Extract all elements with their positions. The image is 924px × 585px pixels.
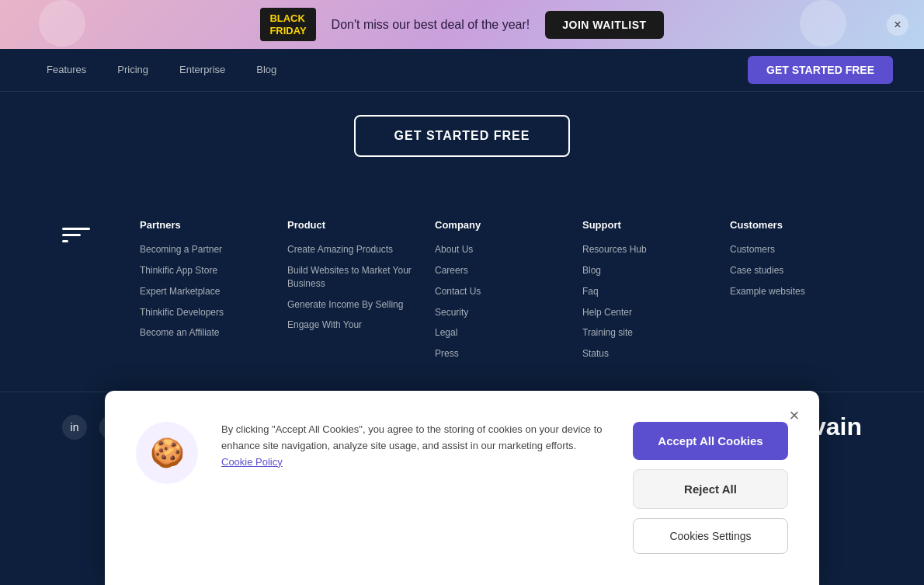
black-friday-line1: BLACK (269, 12, 306, 25)
linkedin-icon[interactable]: in (62, 415, 87, 440)
logo-bar-narrow (62, 240, 68, 242)
top-banner: BLACK FRIDAY Don't miss our best deal of… (0, 0, 924, 49)
footer-link-press[interactable]: Press (435, 347, 567, 360)
footer-grid: Partners Becoming a Partner Thinkific Ap… (62, 219, 862, 368)
footer-link-faq[interactable]: Faq (582, 285, 714, 298)
footer-col-title-customers: Customers (730, 219, 862, 231)
nav-tab-features[interactable]: Features (31, 49, 102, 92)
cookie-icon: 🍪 (136, 422, 198, 484)
banner-decoration-right (800, 0, 846, 47)
footer-col-product: Product Create Amazing Products Build We… (287, 219, 419, 368)
cookie-content: By clicking "Accept All Cookies", you ag… (221, 422, 610, 470)
footer-link-about[interactable]: About Us (435, 243, 567, 256)
cookie-modal: 🍪 By clicking "Accept All Cookies", you … (105, 391, 819, 585)
footer-link-generate-income[interactable]: Generate Income By Selling (287, 298, 419, 312)
nav-tab-pricing[interactable]: Pricing (102, 49, 164, 92)
accept-all-cookies-button[interactable]: Accept All Cookies (633, 422, 788, 460)
footer-col-partners: Partners Becoming a Partner Thinkific Ap… (140, 219, 272, 368)
footer-link-careers[interactable]: Careers (435, 264, 567, 277)
footer-logo-area (62, 219, 124, 368)
footer-link-resources-hub[interactable]: Resources Hub (582, 243, 714, 256)
nav-strip: Features Pricing Enterprise Blog GET STA… (0, 49, 924, 92)
cookie-policy-link[interactable]: Cookie Policy (221, 456, 283, 468)
footer-link-developers[interactable]: Thinkific Developers (140, 306, 272, 319)
cookie-buttons: Accept All Cookies Reject All Cookies Se… (633, 422, 788, 554)
footer-link-training-site[interactable]: Training site (582, 326, 714, 340)
footer-logo (62, 219, 93, 250)
black-friday-line2: FRIDAY (269, 25, 306, 37)
footer-link-blog[interactable]: Blog (582, 264, 714, 277)
banner-close-button[interactable]: × (887, 14, 908, 36)
footer-link-security[interactable]: Security (435, 306, 567, 319)
black-friday-badge: BLACK FRIDAY (260, 8, 315, 41)
cookies-settings-button[interactable]: Cookies Settings (633, 518, 788, 554)
logo-bar-wide (62, 228, 90, 230)
footer-link-customers[interactable]: Customers (730, 243, 862, 256)
waitlist-button[interactable]: JOIN WAITLIST (545, 11, 663, 39)
footer-link-create-products[interactable]: Create Amazing Products (287, 243, 419, 256)
nav-cta-button[interactable]: GET STARTED FREE (748, 56, 893, 84)
footer-link-becoming-partner[interactable]: Becoming a Partner (140, 243, 272, 256)
banner-text: Don't miss our best deal of the year! (332, 18, 530, 32)
footer-link-app-store[interactable]: Thinkific App Store (140, 264, 272, 277)
reject-all-button[interactable]: Reject All (633, 469, 788, 509)
hero-cta-button[interactable]: GET STARTED FREE (354, 115, 571, 157)
nav-tabs: Features Pricing Enterprise Blog (31, 49, 292, 92)
nav-tab-blog[interactable]: Blog (241, 49, 292, 92)
footer-link-case-studies[interactable]: Case studies (730, 264, 862, 277)
nav-tab-enterprise[interactable]: Enterprise (164, 49, 241, 92)
cookie-text: By clicking "Accept All Cookies", you ag… (221, 422, 610, 470)
footer-col-title-partners: Partners (140, 219, 272, 231)
footer-link-help-center[interactable]: Help Center (582, 306, 714, 319)
footer-link-status[interactable]: Status (582, 347, 714, 360)
footer-link-engage[interactable]: Engage With Your (287, 319, 419, 332)
footer-link-example-websites[interactable]: Example websites (730, 285, 862, 298)
footer-link-expert-marketplace[interactable]: Expert Marketplace (140, 285, 272, 298)
footer-link-affiliate[interactable]: Become an Affiliate (140, 326, 272, 340)
footer: Partners Becoming a Partner Thinkific Ap… (0, 188, 924, 392)
footer-col-company: Company About Us Careers Contact Us Secu… (435, 219, 567, 368)
banner-decoration-left (39, 0, 85, 47)
footer-col-title-support: Support (582, 219, 714, 231)
footer-link-build-websites[interactable]: Build Websites to Market Your Business (287, 264, 419, 291)
footer-col-title-product: Product (287, 219, 419, 231)
footer-col-support: Support Resources Hub Blog Faq Help Cent… (582, 219, 714, 368)
footer-link-contact[interactable]: Contact Us (435, 285, 567, 298)
cookie-close-button[interactable]: × (782, 403, 807, 428)
footer-link-legal[interactable]: Legal (435, 326, 567, 340)
footer-col-customers: Customers Customers Case studies Example… (730, 219, 862, 368)
logo-bar-medium (62, 234, 81, 236)
footer-col-title-company: Company (435, 219, 567, 231)
hero-section: GET STARTED FREE (0, 92, 924, 188)
